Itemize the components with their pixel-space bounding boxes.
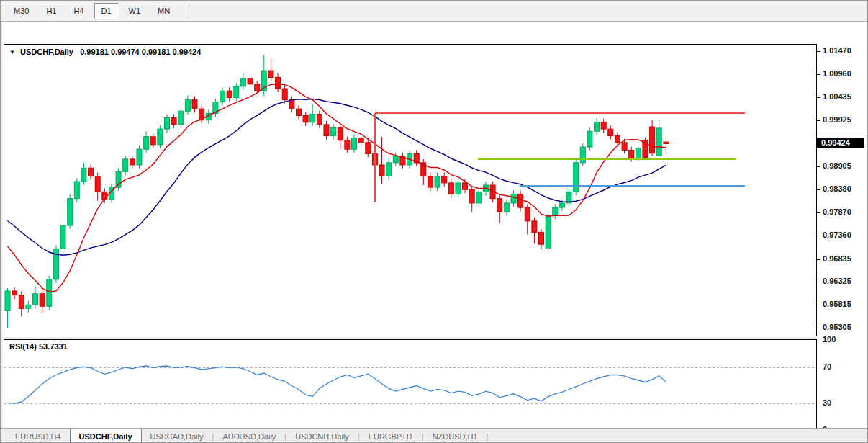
candle-bear: [497, 195, 502, 223]
candle-bear: [442, 173, 447, 187]
main-chart-canvas[interactable]: [4, 44, 817, 336]
price-axis-label: 0.96835: [823, 254, 851, 263]
rsi-axis-label: 100: [823, 335, 836, 344]
symbol-tab-nzdusd[interactable]: NZDUSD,H1: [424, 430, 487, 443]
symbol-tab-usdcad[interactable]: USDCAD,Daily: [142, 430, 212, 443]
price-axis-tick: [817, 236, 820, 236]
candle-bear: [428, 173, 433, 192]
candle-bull: [553, 204, 558, 219]
candle-bull: [81, 163, 86, 185]
price-axis-tick: [817, 189, 820, 190]
candle-bull: [164, 115, 169, 133]
price-axis-tick: [817, 212, 820, 213]
chevron-down-icon: ▼: [9, 49, 15, 55]
trading-app-window: M30H1H4D1W1MN ▼ USDCHF,Daily 0.99181 0.9…: [0, 0, 868, 443]
candle-bear: [150, 133, 155, 148]
candle-bear: [448, 179, 453, 198]
candle-bear: [358, 135, 363, 146]
chart-symbol-label: USDCHF,Daily: [20, 48, 73, 56]
candle-bear: [345, 137, 350, 153]
rsi-axis-label: 30: [823, 398, 831, 407]
price-axis-tick: [817, 97, 820, 98]
candle-bear: [317, 111, 322, 128]
price-axis-label: 0.98905: [823, 161, 851, 170]
candle-bear: [608, 125, 613, 139]
candle-bear: [227, 87, 232, 101]
price-axis-label: 0.95305: [823, 323, 851, 331]
candle-bull: [185, 95, 190, 115]
candle-bull: [33, 286, 38, 308]
candle-bull: [234, 83, 239, 102]
price-axis-label: 0.99925: [823, 115, 851, 124]
timeframe-button-mn[interactable]: MN: [150, 3, 177, 19]
candle-bear: [366, 139, 371, 158]
candle-bull: [587, 127, 592, 151]
price-axis-tick: [817, 74, 820, 75]
candle-bull: [511, 190, 516, 206]
symbol-tab-bar: EURUSD,H4USDCHF,DailyUSDCAD,Daily|AUDUSD…: [1, 428, 868, 443]
symbol-tab-audusd[interactable]: AUDUSD,Daily: [214, 430, 284, 443]
price-axis-tick: [817, 282, 820, 282]
candle-bull: [144, 131, 149, 153]
price-axis-label: 1.00960: [823, 69, 851, 78]
candle-bear: [289, 97, 294, 112]
candle-bull: [580, 143, 585, 166]
candle-bull: [595, 118, 600, 135]
candle-bull: [566, 188, 571, 207]
candle-bear: [643, 138, 648, 160]
symbol-tab-usdcnh[interactable]: USDCNH,Daily: [286, 430, 358, 443]
candle-bull: [68, 194, 73, 229]
candle-bull: [574, 158, 579, 196]
candle-bull: [546, 212, 551, 250]
price-axis-tick: [817, 305, 820, 305]
candle-bear: [19, 292, 24, 316]
rsi-line: [8, 366, 666, 403]
candle-bear: [379, 137, 384, 184]
tab-separator: |: [487, 432, 489, 443]
candle-bear: [171, 115, 176, 128]
candle-bull: [386, 159, 392, 180]
rsi-panel-canvas[interactable]: [4, 339, 817, 430]
candle-bear: [296, 105, 301, 119]
rsi-axis-label: 70: [823, 362, 831, 371]
candle-bull: [331, 124, 336, 139]
timeframe-button-h4[interactable]: H4: [66, 3, 91, 19]
symbol-tab-eurusd[interactable]: EURUSD,H4: [6, 430, 70, 443]
candle-bear: [664, 141, 669, 154]
candle-bear: [338, 124, 343, 149]
price-axis-label: 0.97360: [823, 231, 851, 239]
candle-bear: [12, 287, 17, 299]
candle-bull: [220, 87, 225, 106]
candle-bear: [469, 186, 474, 212]
candle-bull: [656, 120, 661, 158]
candle-bear: [199, 105, 204, 124]
candle-bear: [40, 290, 45, 313]
price-axis-label: 0.97870: [823, 207, 851, 216]
candle-bull: [476, 188, 482, 207]
candle-bear: [95, 173, 100, 201]
candle-bear: [276, 73, 281, 92]
ma-fast-line: [8, 84, 666, 292]
timeframe-button-h1[interactable]: H1: [39, 3, 63, 19]
price-axis-label: 1.00435: [823, 92, 851, 101]
timeframe-button-m30[interactable]: M30: [6, 3, 36, 19]
symbol-tab-usdchf[interactable]: USDCHF,Daily: [70, 429, 142, 443]
timeframe-button-w1[interactable]: W1: [122, 3, 148, 19]
candle-bull: [123, 156, 128, 175]
candle-bear: [324, 121, 329, 140]
chart-ohlc-values: 0.99181 0.99474 0.99181 0.99424: [80, 48, 201, 56]
candle-bull: [53, 245, 58, 282]
chart-title: ▼ USDCHF,Daily 0.99181 0.99474 0.99181 0…: [9, 48, 201, 56]
candle-bear: [89, 164, 94, 179]
candle-bull: [178, 107, 184, 128]
price-axis-tick: [817, 120, 820, 121]
price-axis-tick: [817, 328, 820, 328]
price-axis-tick: [817, 259, 820, 260]
candle-bear: [414, 150, 419, 166]
timeframe-button-d1[interactable]: D1: [94, 3, 119, 19]
symbol-tab-eurgbp[interactable]: EURGBP,H1: [360, 430, 422, 443]
price-axis-label: 1.01470: [823, 46, 851, 55]
candle-bear: [525, 204, 530, 234]
candle-bull: [26, 301, 31, 313]
candle-bull: [74, 178, 79, 202]
